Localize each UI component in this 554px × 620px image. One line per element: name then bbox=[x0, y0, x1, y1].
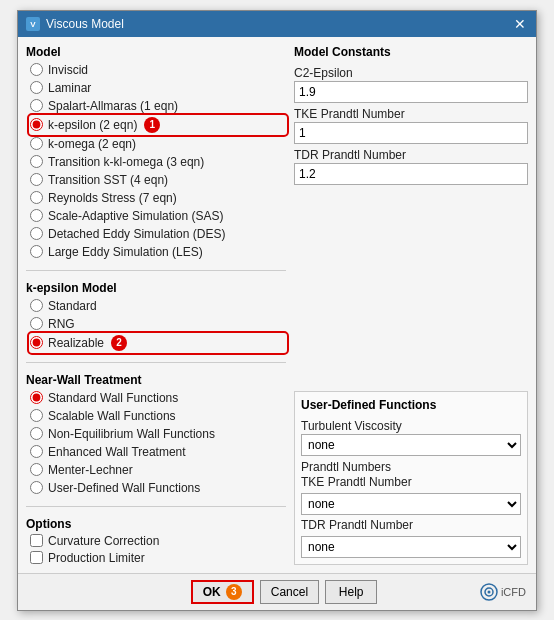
brand-label: iCFD bbox=[501, 586, 526, 598]
help-button[interactable]: Help bbox=[325, 580, 377, 604]
model-reynolds-stress[interactable]: Reynolds Stress (7 eqn) bbox=[30, 190, 286, 206]
model-k-epsilon[interactable]: k-epsilon (2 eqn) 1 bbox=[30, 116, 286, 134]
near-wall-standard-label: Standard Wall Functions bbox=[48, 391, 178, 405]
near-wall-standard-radio[interactable] bbox=[30, 391, 43, 404]
option-curvature-correction[interactable]: Curvature Correction bbox=[30, 534, 286, 548]
model-transition-kl-omega-radio[interactable] bbox=[30, 155, 43, 168]
cancel-button[interactable]: Cancel bbox=[260, 580, 319, 604]
tdr-prandtl-const-field: TDR Prandtl Number bbox=[294, 148, 528, 185]
svg-point-4 bbox=[487, 590, 490, 593]
near-wall-enhanced-radio[interactable] bbox=[30, 445, 43, 458]
kepsilon-realizable[interactable]: Realizable 2 bbox=[30, 334, 286, 352]
model-transition-kl-omega[interactable]: Transition k-kl-omega (3 eqn) bbox=[30, 154, 286, 170]
left-panel: Model Inviscid Laminar Spalart-Allmaras … bbox=[26, 45, 286, 565]
near-wall-standard[interactable]: Standard Wall Functions bbox=[30, 390, 286, 406]
divider-2 bbox=[26, 362, 286, 363]
tke-prandtl-select[interactable]: none bbox=[301, 493, 521, 515]
model-transition-kl-omega-label: Transition k-kl-omega (3 eqn) bbox=[48, 155, 204, 169]
kepsilon-rng[interactable]: RNG bbox=[30, 316, 286, 332]
kepsilon-realizable-radio[interactable] bbox=[30, 336, 43, 349]
options-section: Options Curvature Correction Production … bbox=[26, 517, 286, 565]
model-constants-title: Model Constants bbox=[294, 45, 528, 59]
model-k-omega[interactable]: k-omega (2 eqn) bbox=[30, 136, 286, 152]
near-wall-enhanced-label: Enhanced Wall Treatment bbox=[48, 445, 186, 459]
model-large-eddy-radio[interactable] bbox=[30, 245, 43, 258]
model-reynolds-stress-label: Reynolds Stress (7 eqn) bbox=[48, 191, 177, 205]
tdr-prandtl-const-input[interactable] bbox=[294, 163, 528, 185]
c2-epsilon-input[interactable] bbox=[294, 81, 528, 103]
near-wall-user-defined[interactable]: User-Defined Wall Functions bbox=[30, 480, 286, 496]
option-production-limiter[interactable]: Production Limiter bbox=[30, 551, 286, 565]
near-wall-section-title: Near-Wall Treatment bbox=[26, 373, 286, 387]
near-wall-user-defined-radio[interactable] bbox=[30, 481, 43, 494]
near-wall-non-eq-radio[interactable] bbox=[30, 427, 43, 440]
brand-icon bbox=[480, 583, 498, 601]
model-laminar-radio[interactable] bbox=[30, 81, 43, 94]
divider-3 bbox=[26, 506, 286, 507]
model-spalart-allmaras-radio[interactable] bbox=[30, 99, 43, 112]
turbulent-viscosity-field: Turbulent Viscosity none bbox=[301, 419, 521, 456]
close-button[interactable]: ✕ bbox=[512, 16, 528, 32]
kepsilon-standard[interactable]: Standard bbox=[30, 298, 286, 314]
dialog-footer: OK 3 Cancel Help iCFD bbox=[18, 573, 536, 610]
near-wall-enhanced[interactable]: Enhanced Wall Treatment bbox=[30, 444, 286, 460]
ok-button[interactable]: OK 3 bbox=[191, 580, 254, 604]
model-k-epsilon-radio[interactable] bbox=[30, 118, 43, 131]
near-wall-scalable-radio[interactable] bbox=[30, 409, 43, 422]
near-wall-scalable-label: Scalable Wall Functions bbox=[48, 409, 176, 423]
ok-badge: 3 bbox=[226, 584, 242, 600]
tke-prandtl-udf-label: TKE Prandtl Number bbox=[301, 475, 521, 489]
model-detached-eddy-radio[interactable] bbox=[30, 227, 43, 240]
kepsilon-radio-group: Standard RNG Realizable 2 bbox=[26, 298, 286, 352]
model-k-omega-radio[interactable] bbox=[30, 137, 43, 150]
model-inviscid-radio[interactable] bbox=[30, 63, 43, 76]
kepsilon-standard-radio[interactable] bbox=[30, 299, 43, 312]
curvature-correction-checkbox[interactable] bbox=[30, 534, 43, 547]
prandtl-subgroup: TKE Prandtl Number none TDR Prandtl Numb… bbox=[301, 475, 521, 558]
near-wall-non-eq[interactable]: Non-Equilibrium Wall Functions bbox=[30, 426, 286, 442]
model-inviscid-label: Inviscid bbox=[48, 63, 88, 77]
model-k-omega-label: k-omega (2 eqn) bbox=[48, 137, 136, 151]
near-wall-section: Near-Wall Treatment Standard Wall Functi… bbox=[26, 373, 286, 496]
model-detached-eddy[interactable]: Detached Eddy Simulation (DES) bbox=[30, 226, 286, 242]
model-large-eddy[interactable]: Large Eddy Simulation (LES) bbox=[30, 244, 286, 260]
dialog-body: Model Inviscid Laminar Spalart-Allmaras … bbox=[18, 37, 536, 573]
near-wall-menter[interactable]: Menter-Lechner bbox=[30, 462, 286, 478]
c2-epsilon-label: C2-Epsilon bbox=[294, 66, 528, 80]
model-scale-adaptive[interactable]: Scale-Adaptive Simulation (SAS) bbox=[30, 208, 286, 224]
svg-text:V: V bbox=[30, 20, 36, 29]
near-wall-scalable[interactable]: Scalable Wall Functions bbox=[30, 408, 286, 424]
near-wall-user-defined-label: User-Defined Wall Functions bbox=[48, 481, 200, 495]
production-limiter-label: Production Limiter bbox=[48, 551, 145, 565]
model-detached-eddy-label: Detached Eddy Simulation (DES) bbox=[48, 227, 225, 241]
udf-section: User-Defined Functions Turbulent Viscosi… bbox=[294, 391, 528, 565]
model-section: Model Inviscid Laminar Spalart-Allmaras … bbox=[26, 45, 286, 260]
kepsilon-section-title: k-epsilon Model bbox=[26, 281, 286, 295]
right-panel: Model Constants C2-Epsilon TKE Prandtl N… bbox=[294, 45, 528, 565]
k-epsilon-badge: 1 bbox=[144, 117, 160, 133]
near-wall-menter-radio[interactable] bbox=[30, 463, 43, 476]
ok-label: OK bbox=[203, 585, 221, 599]
turbulent-viscosity-select[interactable]: none bbox=[301, 434, 521, 456]
turbulent-viscosity-label: Turbulent Viscosity bbox=[301, 419, 521, 433]
tke-prandtl-const-input[interactable] bbox=[294, 122, 528, 144]
kepsilon-standard-label: Standard bbox=[48, 299, 97, 313]
model-transition-sst[interactable]: Transition SST (4 eqn) bbox=[30, 172, 286, 188]
model-transition-sst-radio[interactable] bbox=[30, 173, 43, 186]
model-laminar-label: Laminar bbox=[48, 81, 91, 95]
spacer bbox=[294, 193, 528, 383]
title-bar: V Viscous Model ✕ bbox=[18, 11, 536, 37]
prandtl-numbers-label: Prandtl Numbers bbox=[301, 460, 521, 474]
production-limiter-checkbox[interactable] bbox=[30, 551, 43, 564]
model-inviscid[interactable]: Inviscid bbox=[30, 62, 286, 78]
model-transition-sst-label: Transition SST (4 eqn) bbox=[48, 173, 168, 187]
footer-buttons: OK 3 Cancel Help bbox=[191, 580, 377, 604]
model-scale-adaptive-radio[interactable] bbox=[30, 209, 43, 222]
model-spalart-allmaras[interactable]: Spalart-Allmaras (1 eqn) bbox=[30, 98, 286, 114]
model-section-title: Model bbox=[26, 45, 286, 59]
tdr-prandtl-select[interactable]: none bbox=[301, 536, 521, 558]
model-laminar[interactable]: Laminar bbox=[30, 80, 286, 96]
model-reynolds-stress-radio[interactable] bbox=[30, 191, 43, 204]
kepsilon-rng-radio[interactable] bbox=[30, 317, 43, 330]
prandtl-numbers-group: Prandtl Numbers TKE Prandtl Number none … bbox=[301, 460, 521, 558]
